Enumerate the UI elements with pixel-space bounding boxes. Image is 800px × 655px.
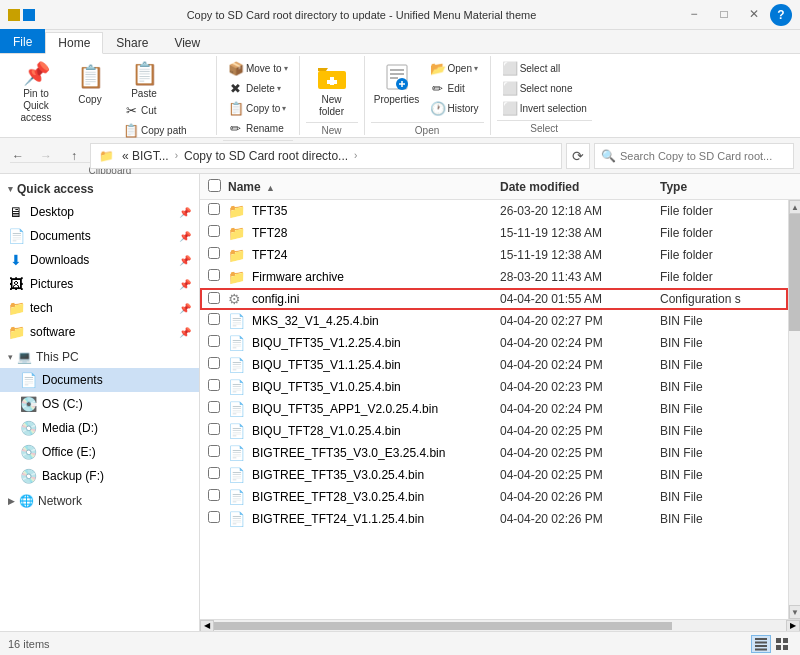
tab-view[interactable]: View [161,31,213,53]
move-to-button[interactable]: 📦 Move to ▾ [223,58,293,78]
tab-share[interactable]: Share [103,31,161,53]
table-row[interactable]: 📄 BIQU_TFT35_V1.2.25.4.bin 04-04-20 02:2… [200,332,788,354]
select-all-button[interactable]: ⬜ Select all [497,58,592,78]
copy-to-button[interactable]: 📋 Copy to ▾ [223,98,293,118]
table-row[interactable]: 📄 BIQU_TFT35_V1.0.25.4.bin 04-04-20 02:2… [200,376,788,398]
scroll-down-button[interactable]: ▼ [789,605,800,619]
table-row[interactable]: 📄 BIGTREE_TFT28_V3.0.25.4.bin 04-04-20 0… [200,486,788,508]
file-type: BIN File [660,446,780,460]
column-date[interactable]: Date modified [500,180,660,194]
scroll-up-button[interactable]: ▲ [789,200,800,214]
help-button[interactable]: ? [770,4,792,26]
sidebar-item-downloads[interactable]: ⬇ Downloads 📌 [0,248,199,272]
table-row[interactable]: 📁 TFT28 15-11-19 12:38 AM File folder [200,222,788,244]
maximize-button[interactable]: □ [710,4,738,24]
vertical-scrollbar[interactable]: ▲ ▼ [788,200,800,619]
cut-button[interactable]: ✂ Cut [118,100,210,120]
table-row[interactable]: ⚙ config.ini 04-04-20 01:55 AM Configura… [200,288,788,310]
sidebar-item-tech[interactable]: 📁 tech 📌 [0,296,199,320]
software-icon: 📁 [8,324,24,340]
file-check [208,423,228,438]
table-row[interactable]: 📁 Firmware archive 28-03-20 11:43 AM Fil… [200,266,788,288]
paste-button[interactable]: 📋 Paste [118,58,170,100]
svg-rect-6 [755,638,767,640]
copy-icon: 📋 [74,61,106,93]
horizontal-scrollbar[interactable]: ◀ ▶ [200,619,800,631]
table-row[interactable]: 📁 TFT24 15-11-19 12:38 AM File folder [200,244,788,266]
table-row[interactable]: 📄 BIGTREE_TFT35_V3.0.25.4.bin 04-04-20 0… [200,464,788,486]
scroll-thumb[interactable] [789,214,800,331]
properties-button[interactable]: Properties [371,58,423,120]
sidebar-item-documents-pc[interactable]: 📄 Documents [0,368,199,392]
new-folder-icon [316,61,348,93]
ribbon-group-new: New folder New [300,56,365,135]
properties-icon [381,61,413,93]
open-button[interactable]: 📂 Open ▾ [425,58,484,78]
details-view-button[interactable] [751,635,771,653]
table-row[interactable]: 📄 BIQU_TFT35_APP1_V2.0.25.4.bin 04-04-20… [200,398,788,420]
table-row[interactable]: 📄 BIQU_TFT28_V1.0.25.4.bin 04-04-20 02:2… [200,420,788,442]
sidebar-item-backup-f[interactable]: 💿 Backup (F:) [0,464,199,488]
quick-access-header[interactable]: ▾ Quick access [0,178,199,200]
sidebar-item-documents[interactable]: 📄 Documents 📌 [0,224,199,248]
new-folder-button[interactable]: New folder [306,58,358,120]
tab-home[interactable]: Home [45,32,103,54]
table-row[interactable]: 📁 TFT35 26-03-20 12:18 AM File folder [200,200,788,222]
table-row[interactable]: 📄 MKS_32_V1_4.25.4.bin 04-04-20 02:27 PM… [200,310,788,332]
close-button[interactable]: ✕ [740,4,768,24]
pin-quick-access-button[interactable]: 📌 Pin to Quick access [10,58,62,120]
copy-path-button[interactable]: 📋 Copy path [118,120,210,140]
file-list[interactable]: 📁 TFT35 26-03-20 12:18 AM File folder 📁 … [200,200,788,619]
table-row[interactable]: 📄 BIGTREE_TFT35_V3.0_E3.25.4.bin 04-04-2… [200,442,788,464]
tiles-view-button[interactable] [772,635,792,653]
rename-button[interactable]: ✏ Rename [223,118,293,138]
tab-file[interactable]: File [0,29,45,53]
address-path[interactable]: 📁 « BIGT... › Copy to SD Card root direc… [90,143,562,169]
back-button[interactable]: ← [6,144,30,168]
select-all-checkbox[interactable] [208,179,221,192]
sidebar-item-os-c[interactable]: 💽 OS (C:) [0,392,199,416]
pin-indicator-desktop: 📌 [179,207,191,218]
refresh-button[interactable]: ⟳ [566,143,590,169]
file-type: BIN File [660,512,780,526]
file-icon-folder: 📁 [228,203,248,219]
sidebar-item-office-e[interactable]: 💿 Office (E:) [0,440,199,464]
file-icon-bin: 📄 [228,313,248,329]
pin-indicator-pictures: 📌 [179,279,191,290]
sidebar-item-desktop[interactable]: 🖥 Desktop 📌 [0,200,199,224]
copy-button[interactable]: 📋 Copy [64,58,116,120]
file-icon-folder: 📁 [228,225,248,241]
this-pc-header[interactable]: ▾ 💻 This PC [0,346,199,368]
forward-button[interactable]: → [34,144,58,168]
table-row[interactable]: 📄 BIQU_TFT35_V1.1.25.4.bin 04-04-20 02:2… [200,354,788,376]
file-date: 04-04-20 02:25 PM [500,446,660,460]
edit-button[interactable]: ✏ Edit [425,78,484,98]
scroll-left-button[interactable]: ◀ [200,620,214,632]
backup-f-icon: 💿 [20,468,36,484]
network-header[interactable]: ▶ 🌐 Network [0,490,199,512]
sidebar-item-media-d[interactable]: 💿 Media (D:) [0,416,199,440]
invert-selection-button[interactable]: ⬜ Invert selection [497,98,592,118]
paste-icon: 📋 [131,61,158,87]
column-type[interactable]: Type [660,180,780,194]
select-none-button[interactable]: ⬜ Select none [497,78,592,98]
sidebar-item-pictures[interactable]: 🖼 Pictures 📌 [0,272,199,296]
network-icon: 🌐 [19,494,34,508]
scroll-right-button[interactable]: ▶ [786,620,800,632]
file-list-header: Name ▲ Date modified Type [200,174,800,200]
sidebar-item-software[interactable]: 📁 software 📌 [0,320,199,344]
path-part-2[interactable]: Copy to SD Card root directo... [182,148,350,164]
history-button[interactable]: 🕐 History [425,98,484,118]
h-scroll-thumb[interactable] [214,622,672,630]
file-type: BIN File [660,358,780,372]
documents-icon: 📄 [8,228,24,244]
search-input[interactable] [620,150,787,162]
delete-button[interactable]: ✖ Delete ▾ [223,78,293,98]
file-date: 04-04-20 02:23 PM [500,380,660,394]
this-pc-label: This PC [36,350,79,364]
up-button[interactable]: ↑ [62,144,86,168]
table-row[interactable]: 📄 BIGTREE_TFT24_V1.1.25.4.bin 04-04-20 0… [200,508,788,530]
minimize-button[interactable]: − [680,4,708,24]
path-part-1[interactable]: « BIGT... [120,148,171,164]
column-name[interactable]: Name ▲ [228,180,500,194]
